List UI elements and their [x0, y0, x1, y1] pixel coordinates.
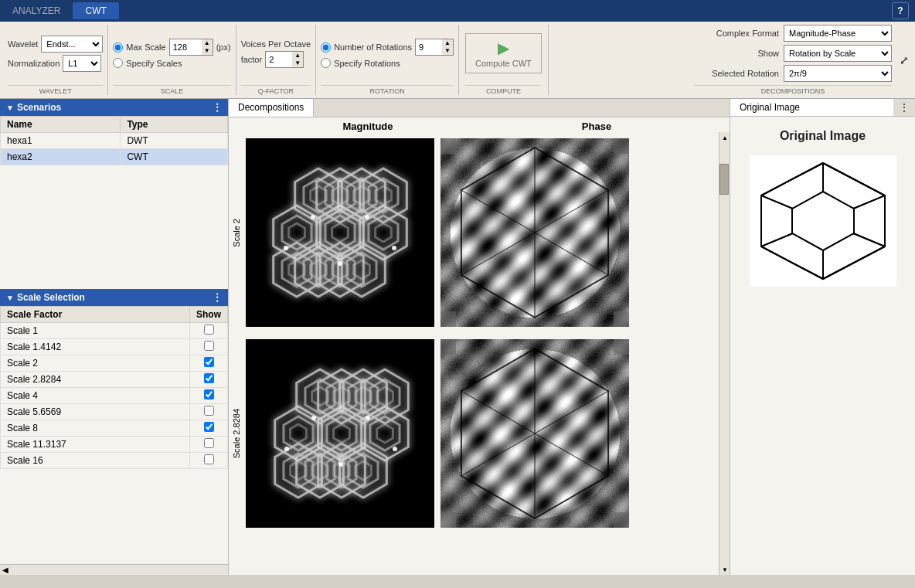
table-row[interactable]: Scale 1.4142	[1, 339, 228, 355]
scale-show-3[interactable]	[190, 372, 228, 388]
scroll-down-btn[interactable]: ▼	[719, 564, 730, 575]
scale-checkbox-2[interactable]	[204, 357, 214, 367]
scale-menu-icon[interactable]: ⋮	[213, 292, 222, 303]
voices-input[interactable]	[265, 51, 292, 68]
scale-show-8[interactable]	[190, 453, 228, 469]
table-row[interactable]: Scale 5.6569	[1, 404, 228, 420]
scale-show-6[interactable]	[190, 420, 228, 437]
table-row[interactable]: Scale 8	[1, 420, 228, 437]
titlebar: ANALYZER CWT ?	[0, 0, 915, 22]
scale2-images	[246, 138, 629, 327]
decomp-scrollbar: ▲ ▼	[719, 132, 730, 575]
qfactor-section-label: Q-FACTOR	[241, 85, 311, 95]
wavelet-row: Wavelet Endst...	[8, 36, 103, 53]
scenarios-collapse-icon[interactable]: ▼	[6, 104, 14, 112]
scale2-8284-label: Scale 2.8284	[232, 406, 246, 461]
decomp-scroll-area[interactable]: Scale 2 Scale 2.8284	[229, 132, 719, 575]
scale2-8284-images	[246, 339, 629, 528]
decomp-tab[interactable]: Decompositions	[229, 99, 314, 117]
left-scroll-left[interactable]: ◀	[0, 565, 11, 576]
tab-analyzer[interactable]: ANALYZER	[0, 2, 73, 19]
num-rotations-row: Number of Rotations ▲ ▼	[321, 39, 454, 56]
scroll-thumb[interactable]	[719, 164, 729, 195]
show-select[interactable]: Rotation by Scale	[784, 45, 892, 62]
voices-up[interactable]: ▲	[292, 52, 303, 59]
num-rotations-radio[interactable]	[321, 42, 331, 53]
table-row[interactable]: hexa2 CWT	[1, 149, 228, 165]
compute-label: Compute CWT	[475, 59, 532, 68]
scenarios-table: Name Type hexa1 DWT hexa2 CWT	[0, 116, 228, 165]
show-label: Show	[694, 49, 779, 58]
scale-col-factor: Scale Factor	[1, 307, 190, 323]
scale-checkbox-7[interactable]	[204, 438, 214, 448]
magnitude-image-2	[246, 339, 434, 528]
max-scale-input[interactable]	[169, 39, 202, 56]
scale-collapse-icon[interactable]: ▼	[6, 294, 14, 302]
normalization-select[interactable]: L1	[63, 55, 101, 72]
max-scale-unit: (px)	[216, 42, 231, 52]
table-row[interactable]: Scale 2.8284	[1, 372, 228, 388]
voices-spinbox: ▲ ▼	[265, 51, 304, 68]
specify-rotations-row: Specify Rotations	[321, 58, 454, 68]
num-rotations-label: Number of Rotations	[334, 42, 412, 52]
specify-rotations-radio[interactable]	[321, 58, 331, 68]
table-row[interactable]: hexa1 DWT	[1, 133, 228, 149]
scale-factor-8: Scale 16	[1, 453, 190, 469]
table-row[interactable]: Scale 11.3137	[1, 437, 228, 453]
scale-checkbox-8[interactable]	[204, 454, 214, 464]
table-row[interactable]: Scale 16	[1, 453, 228, 469]
table-row[interactable]: Scale 4	[1, 388, 228, 404]
scale-show-7[interactable]	[190, 437, 228, 453]
voices-row: Voices Per Octave	[241, 39, 311, 49]
compute-cwt-button[interactable]: ▶ Compute CWT	[465, 33, 542, 73]
wavelet-select[interactable]: Endst...	[41, 36, 103, 53]
rotations-up[interactable]: ▲	[442, 39, 453, 47]
scale-checkbox-4[interactable]	[204, 389, 214, 399]
decomp-expand-icon[interactable]: ⤢	[900, 54, 909, 66]
normalization-row: Normalization L1	[8, 55, 103, 72]
complex-format-label: Complex Format	[694, 29, 779, 38]
scale-show-1[interactable]	[190, 339, 228, 355]
orig-tab[interactable]: Original Image	[730, 99, 893, 116]
scale2-label: Scale 2	[232, 216, 246, 250]
scroll-up-btn[interactable]: ▲	[719, 132, 730, 143]
scenarios-menu-icon[interactable]: ⋮	[213, 102, 222, 113]
compute-section-label: COMPUTE	[465, 85, 542, 95]
right-content: Decompositions Magnitude Phase Scale 2	[229, 99, 915, 575]
scale-checkbox-3[interactable]	[204, 373, 214, 383]
main-layout: ▼ Scenarios ⋮ Name Type hexa1 DWT	[0, 99, 915, 575]
left-panel: ▼ Scenarios ⋮ Name Type hexa1 DWT	[0, 99, 229, 575]
max-scale-radio[interactable]	[113, 42, 123, 53]
scale-show-2[interactable]	[190, 355, 228, 372]
scroll-track[interactable]	[719, 143, 730, 564]
selected-rotation-row: Selected Rotation 2π/9	[694, 65, 892, 82]
scale-checkbox-1[interactable]	[204, 341, 214, 351]
scale-show-0[interactable]	[190, 323, 228, 339]
complex-format-select[interactable]: Magnitude-Phase	[784, 25, 892, 42]
max-scale-up[interactable]: ▲	[202, 39, 213, 47]
scenario-name-1: hexa2	[1, 149, 121, 165]
scale-checkbox-5[interactable]	[204, 406, 214, 416]
table-row[interactable]: Scale 1	[1, 323, 228, 339]
scale-col-show: Show	[190, 307, 228, 323]
scale-checkbox-0[interactable]	[204, 325, 214, 335]
scale-show-5[interactable]	[190, 404, 228, 420]
rotations-input[interactable]	[415, 39, 442, 56]
scenario-type-1: CWT	[121, 149, 228, 165]
orig-content: Original Image	[730, 117, 915, 575]
scale-checkbox-6[interactable]	[204, 422, 214, 432]
max-scale-down[interactable]: ▼	[202, 47, 213, 55]
orig-menu-icon[interactable]: ⋮	[893, 99, 915, 116]
tab-cwt[interactable]: CWT	[73, 2, 118, 19]
table-row[interactable]: Scale 2	[1, 355, 228, 372]
complex-format-row: Complex Format Magnitude-Phase	[694, 25, 892, 42]
help-button[interactable]: ?	[892, 2, 909, 19]
selected-rotation-select[interactable]: 2π/9	[784, 65, 892, 82]
rotations-down[interactable]: ▼	[442, 47, 453, 55]
voices-down[interactable]: ▼	[292, 59, 303, 67]
col-headers: Magnitude Phase	[229, 117, 730, 132]
scale-factor-6: Scale 8	[1, 420, 190, 437]
scenarios-header: ▼ Scenarios ⋮	[0, 99, 228, 116]
specify-scales-radio[interactable]	[113, 58, 123, 68]
scale-show-4[interactable]	[190, 388, 228, 404]
